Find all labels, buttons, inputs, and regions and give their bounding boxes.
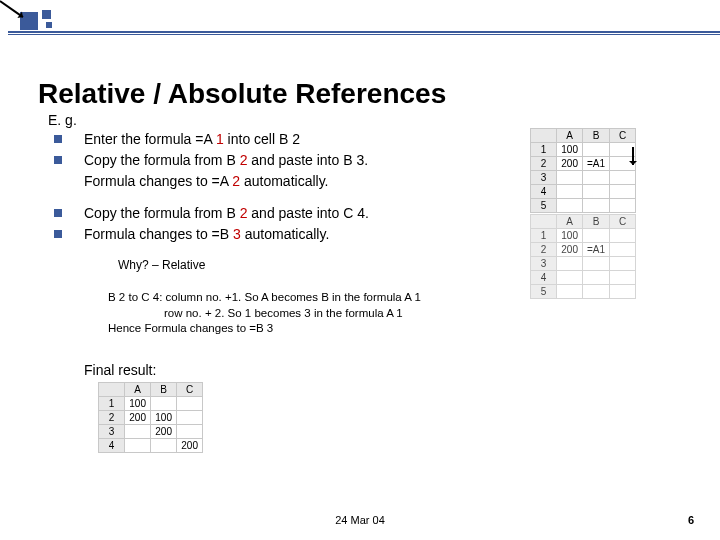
bullet-group-2: Copy the formula from B 2 and paste into… bbox=[54, 204, 464, 246]
example-label: E. g. bbox=[48, 112, 77, 128]
arrow-down-icon bbox=[632, 147, 634, 165]
spreadsheet-example-2: ABC 1100 2200=A1 3 4 5 bbox=[530, 214, 636, 299]
bullet-item: Formula changes to =B 3 automatically. bbox=[54, 225, 464, 244]
slide-number: 6 bbox=[688, 514, 694, 526]
bullet-icon bbox=[54, 209, 62, 217]
bullet-icon bbox=[54, 156, 62, 164]
why-label: Why? – Relative bbox=[118, 258, 205, 272]
footer-date: 24 Mar 04 bbox=[335, 514, 385, 526]
spreadsheet-final-result: ABC 1100 2200100 3200 4200 bbox=[98, 382, 203, 453]
bullet-item: Copy the formula from B 2 and paste into… bbox=[54, 204, 464, 223]
bullet-icon bbox=[54, 230, 62, 238]
explanation-text: B 2 to C 4: column no. +1. So A becomes … bbox=[108, 290, 421, 337]
slide-title: Relative / Absolute References bbox=[38, 78, 446, 110]
spreadsheet-example-1: ABC 1100 2200=A1 3 4 5 bbox=[530, 128, 636, 213]
bullet-group-1: Enter the formula =A 1 into cell B 2 Cop… bbox=[54, 130, 464, 193]
bullet-item: Copy the formula from B 2 and paste into… bbox=[54, 151, 464, 170]
bullet-item: Formula changes to =A 2 automatically. bbox=[54, 172, 464, 191]
bullet-item: Enter the formula =A 1 into cell B 2 bbox=[54, 130, 464, 149]
bullet-icon bbox=[54, 135, 62, 143]
final-result-label: Final result: bbox=[84, 362, 156, 378]
